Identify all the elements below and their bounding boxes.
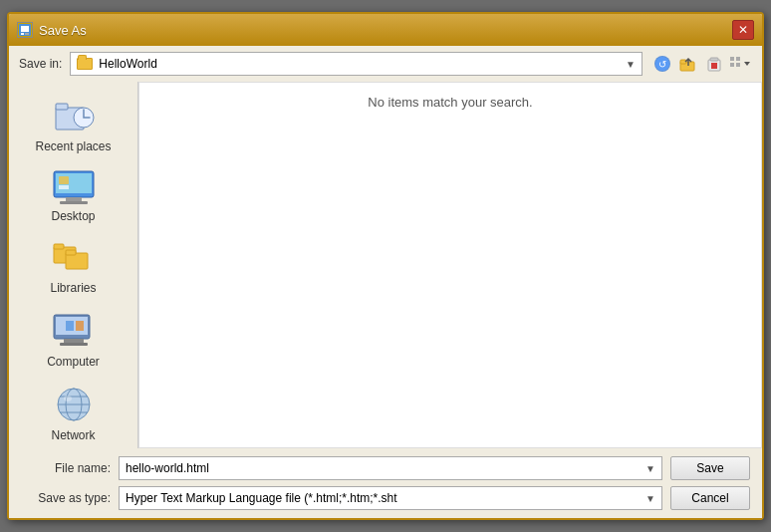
close-button[interactable]: ✕ (732, 20, 754, 40)
empty-message: No items match your search. (368, 95, 532, 110)
svg-rect-16 (730, 63, 734, 67)
svg-rect-28 (54, 244, 64, 249)
svg-rect-34 (60, 343, 88, 346)
svg-rect-30 (66, 250, 76, 255)
sidebar-item-recent-places[interactable]: Recent places (19, 90, 128, 159)
sidebar-item-label-recent-places: Recent places (35, 139, 111, 153)
bottom-bar: File name: ▼ Save Save as type: ▼ Cancel (9, 448, 762, 518)
svg-rect-3 (25, 33, 29, 35)
folder-icon (77, 58, 93, 70)
sidebar-item-label-desktop: Desktop (51, 209, 95, 223)
main-content: Recent places Desktop (9, 82, 762, 448)
save-button[interactable]: Save (670, 456, 750, 480)
save-as-type-dropdown-arrow[interactable]: ▼ (645, 493, 655, 504)
view-dropdown-button[interactable] (728, 52, 752, 76)
file-name-input[interactable] (126, 461, 645, 475)
svg-text:↺: ↺ (658, 59, 666, 70)
sidebar-item-desktop[interactable]: Desktop (19, 163, 128, 229)
dialog-title: Save As (39, 23, 87, 38)
svg-rect-17 (736, 63, 740, 67)
save-as-type-label: Save as type: (21, 491, 111, 505)
svg-rect-14 (730, 57, 734, 61)
save-in-label: Save in: (19, 57, 62, 71)
svg-point-42 (64, 396, 72, 401)
svg-rect-19 (56, 104, 68, 110)
dropdown-arrow-icon: ▼ (626, 59, 636, 70)
sidebar-item-label-network: Network (51, 428, 95, 442)
dialog-icon (17, 22, 33, 38)
file-name-dropdown-arrow[interactable]: ▼ (645, 463, 655, 474)
svg-rect-24 (60, 201, 88, 204)
save-in-dropdown[interactable]: HelloWorld ▼ (70, 52, 642, 76)
save-as-type-row: Save as type: ▼ Cancel (21, 486, 750, 510)
title-bar: Save As ✕ (9, 14, 762, 46)
sidebar-item-label-computer: Computer (47, 355, 100, 369)
svg-rect-23 (66, 197, 82, 201)
toolbar-icons: ↺ (650, 52, 752, 76)
file-area: No items match your search. (138, 82, 762, 448)
svg-rect-26 (59, 185, 69, 189)
svg-rect-25 (59, 176, 69, 184)
svg-rect-1 (21, 26, 29, 32)
nav-up-button[interactable] (676, 52, 700, 76)
svg-rect-33 (64, 339, 84, 343)
cancel-button[interactable]: Cancel (670, 486, 750, 510)
sidebar: Recent places Desktop (9, 82, 138, 448)
sidebar-item-libraries[interactable]: Libraries (19, 233, 128, 301)
file-name-input-wrap: ▼ (119, 456, 662, 480)
sidebar-item-label-libraries: Libraries (50, 281, 96, 295)
nav-back-button[interactable]: ↺ (650, 52, 674, 76)
svg-rect-35 (66, 321, 74, 331)
sidebar-item-computer[interactable]: Computer (19, 305, 128, 375)
file-name-row: File name: ▼ Save (21, 456, 750, 480)
svg-rect-15 (736, 57, 740, 61)
svg-rect-36 (76, 321, 84, 331)
save-in-folder-name: HelloWorld (99, 57, 156, 71)
title-bar-left: Save As (17, 22, 87, 38)
svg-rect-2 (21, 33, 24, 35)
save-as-dialog: Save As ✕ Save in: HelloWorld ▼ ↺ (7, 12, 764, 520)
toolbar-row: Save in: HelloWorld ▼ ↺ (9, 46, 762, 82)
file-name-label: File name: (21, 461, 111, 475)
svg-rect-10 (710, 58, 718, 61)
sidebar-item-network[interactable]: Network (19, 379, 128, 448)
delete-button[interactable] (702, 52, 726, 76)
save-as-type-input[interactable] (126, 491, 645, 505)
save-as-type-input-wrap: ▼ (119, 486, 662, 510)
